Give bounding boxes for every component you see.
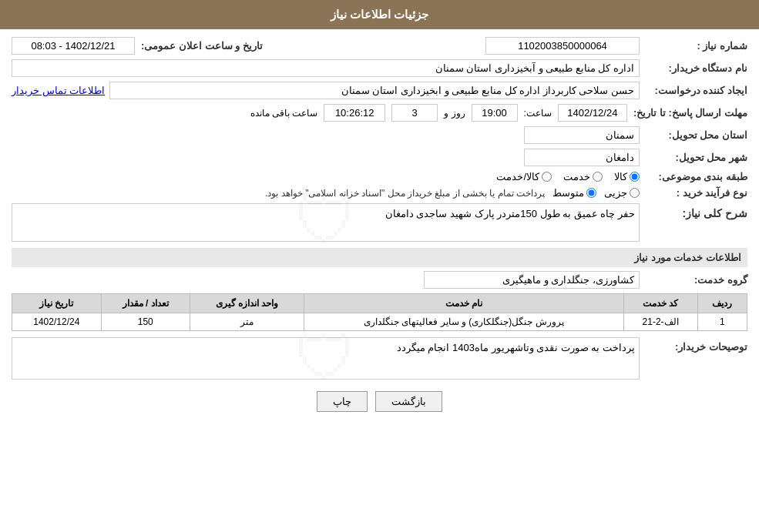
table-row: 1 الف-2-21 پرورش جنگل(جنگلکاری) و سایر ف… (12, 313, 747, 331)
service-group-value: کشاورزی، جنگلداری و ماهیگیری (424, 271, 640, 289)
category-radio-group: کالا خدمت کالا/خدمت (496, 171, 640, 182)
buyer-desc-label: توصیحات خریدار: (640, 337, 747, 353)
table-header-service-name: نام خدمت (304, 294, 623, 313)
table-header-date: تاریخ نیاز (12, 294, 102, 313)
watermark-icon-2: 🛡 (295, 323, 357, 394)
response-time-label: ساعت: (524, 108, 552, 119)
delivery-province-value: سمنان (524, 126, 640, 144)
category-option-khedmat[interactable]: خدمت (563, 171, 603, 182)
delivery-province-label: استان محل تحویل: (640, 129, 747, 141)
need-description-value: حفر چاه عمیق به طول 150متردر پارک شهید س… (12, 203, 640, 242)
contact-link[interactable]: اطلاعات تماس خریدار (12, 85, 105, 96)
page-title: جزئیات اطلاعات نیاز (331, 8, 428, 21)
cell-service-name: پرورش جنگل(جنگلکاری) و سایر فعالیتهای جن… (304, 313, 623, 331)
back-button[interactable]: بازگشت (375, 391, 442, 412)
response-days-value: 3 (391, 104, 438, 122)
response-remaining-label: ساعت باقی مانده (250, 108, 318, 119)
cell-row-num: 1 (697, 313, 747, 331)
cell-unit: متر (190, 313, 304, 331)
category-option-kala-khedmat[interactable]: کالا/خدمت (496, 171, 552, 182)
creator-value: حسن سلاحی کاربرداز اداره کل منابع طبیعی … (109, 82, 640, 99)
creator-label: ایجاد کننده درخواست: (640, 85, 747, 96)
response-deadline-label: مهلت ارسال پاسخ: تا تاریخ: (627, 107, 747, 119)
response-remaining-value: 10:26:12 (324, 104, 385, 122)
cell-quantity: 150 (101, 313, 190, 331)
category-option-kala-label: کالا (614, 171, 627, 182)
need-number-value: 1102003850000064 (485, 37, 640, 55)
cell-date: 1402/12/24 (12, 313, 102, 331)
purchase-type-jozi-label: جزیی (604, 187, 627, 199)
buttons-row: بازگشت چاپ (12, 391, 747, 412)
category-option-khedmat-label: خدمت (563, 171, 590, 182)
category-option-kala-khedmat-label: کالا/خدمت (496, 171, 539, 182)
table-header-row-num: ردیف (697, 294, 747, 313)
need-number-label: شماره نیاز : (640, 40, 747, 52)
announce-datetime-value: 1402/12/21 - 08:03 (12, 37, 135, 55)
category-label: طبقه بندی موضوعی: (640, 171, 747, 182)
table-header-service-code: کد خدمت (623, 294, 697, 313)
cell-service-code: الف-2-21 (623, 313, 697, 331)
purchase-type-motavasset-label: متوسط (552, 187, 584, 199)
buyer-desc-value: پرداخت به صورت نقدی وتاشهریور ماه1403 ان… (12, 337, 640, 380)
delivery-city-label: شهر محل تحویل: (640, 152, 747, 163)
category-radio-khedmat[interactable] (593, 172, 603, 182)
services-info-header: اطلاعات خدمات مورد نیاز (12, 248, 747, 267)
table-header-quantity: تعداد / مقدار (101, 294, 190, 313)
response-date-value: 1402/12/24 (558, 104, 627, 122)
services-table: ردیف کد خدمت نام خدمت واحد اندازه گیری ت… (12, 293, 747, 331)
category-option-kala[interactable]: کالا (614, 171, 640, 182)
category-radio-kala-khedmat[interactable] (542, 172, 552, 182)
table-header-unit: واحد اندازه گیری (190, 294, 304, 313)
delivery-city-value: دامغان (524, 149, 640, 166)
purchase-type-note: پرداخت تمام یا بخشی از مبلغ خریداز محل "… (265, 188, 545, 199)
purchase-type-motavasset[interactable]: متوسط (552, 187, 596, 199)
announce-datetime-label: تاریخ و ساعت اعلان عمومی: (135, 40, 263, 52)
purchase-type-jozi[interactable]: جزیی (604, 187, 640, 199)
buyer-org-label: نام دستگاه خریدار: (640, 62, 747, 74)
service-group-label: گروه خدمت: (640, 274, 747, 286)
print-button[interactable]: چاپ (317, 391, 368, 412)
purchase-type-radio-jozi[interactable] (630, 188, 640, 198)
purchase-type-radio-motavasset[interactable] (586, 188, 596, 198)
buyer-org-value: اداره کل منابع طبیعی و آبخیزداری استان س… (12, 59, 640, 77)
page-header: جزئیات اطلاعات نیاز (0, 0, 759, 29)
purchase-type-label: نوع فرآیند خرید : (640, 187, 747, 199)
response-days-label: روز و (444, 108, 465, 119)
response-time-value: 19:00 (472, 104, 518, 122)
category-radio-kala[interactable] (630, 172, 640, 182)
need-description-label: شرح کلی نیاز: (640, 203, 747, 219)
